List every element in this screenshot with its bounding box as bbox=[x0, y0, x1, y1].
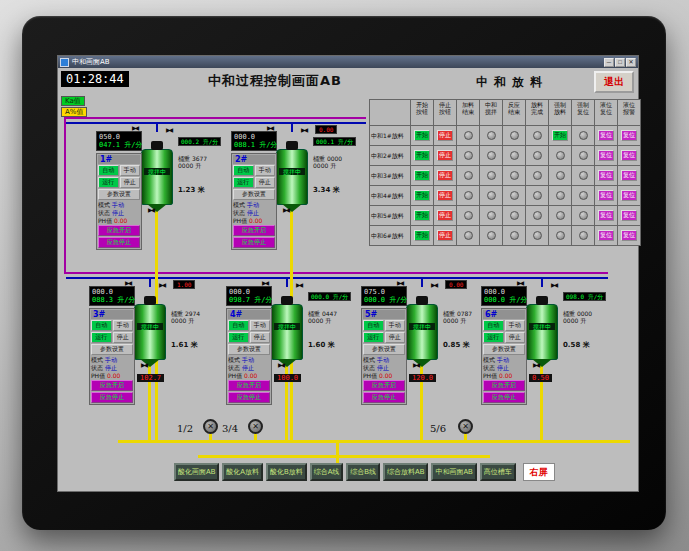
nav-button[interactable]: 酸化B放料 bbox=[266, 463, 307, 481]
pump-icon[interactable]: ✕ bbox=[203, 419, 218, 434]
close-button[interactable]: ✕ bbox=[626, 58, 636, 67]
pump-label: 1/2 bbox=[177, 423, 193, 434]
nav-button[interactable]: 综合A线 bbox=[310, 463, 344, 481]
window-titlebar: 中和画面AB ─ □ ✕ bbox=[58, 56, 638, 68]
nav-button[interactable]: 酸化画面AB bbox=[174, 463, 219, 481]
pump-label: 3/4 bbox=[222, 423, 238, 434]
window-title: 中和画面AB bbox=[72, 59, 604, 66]
right-screen-button[interactable]: 右屏 bbox=[523, 463, 555, 481]
pumps-layer: ✕ 1/2 ✕ 3/4 ✕ 5/6 bbox=[58, 68, 638, 491]
nav-button[interactable]: 综合放料AB bbox=[383, 463, 428, 481]
hmi-canvas: 01:28:44 中和过程控制画面AB 中和放料 退出 Ka值 A%值 开始按钮… bbox=[58, 68, 638, 491]
photo-background: 中和画面AB ─ □ ✕ 01:28:44 中和过程控制画面AB 中和放料 退出… bbox=[0, 0, 689, 551]
maximize-button[interactable]: □ bbox=[615, 58, 625, 67]
nav-button[interactable]: 酸化A放料 bbox=[222, 463, 263, 481]
screen: 中和画面AB ─ □ ✕ 01:28:44 中和过程控制画面AB 中和放料 退出… bbox=[57, 55, 639, 492]
minimize-button[interactable]: ─ bbox=[604, 58, 614, 67]
tablet-bezel: 中和画面AB ─ □ ✕ 01:28:44 中和过程控制画面AB 中和放料 退出… bbox=[22, 16, 666, 530]
window-icon bbox=[60, 58, 69, 67]
pump-label: 5/6 bbox=[430, 423, 446, 434]
bottom-nav: 酸化画面AB 酸化A放料 酸化B放料 综合A线 综合B线 综合放料AB 中和画面… bbox=[174, 463, 555, 481]
window-controls: ─ □ ✕ bbox=[604, 58, 636, 67]
nav-button[interactable]: 中和画面AB bbox=[431, 463, 476, 481]
pump-icon[interactable]: ✕ bbox=[248, 419, 263, 434]
nav-button[interactable]: 高位槽车 bbox=[480, 463, 516, 481]
pump-icon[interactable]: ✕ bbox=[458, 419, 473, 434]
nav-button[interactable]: 综合B线 bbox=[346, 463, 380, 481]
